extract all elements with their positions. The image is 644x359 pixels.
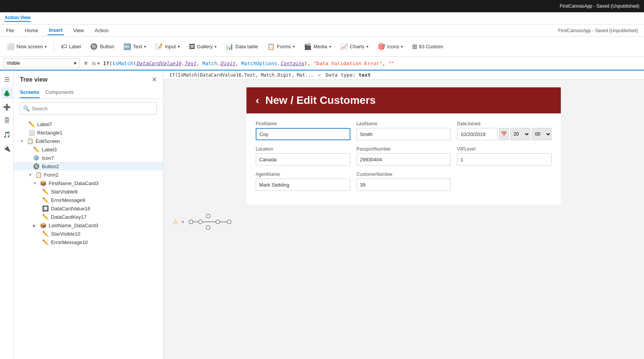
- formula-property-chevron: ▾: [74, 61, 76, 66]
- firstname-datacard3-icon: 📦: [40, 180, 46, 186]
- tree-item-label7[interactable]: ✏️ Label7: [14, 120, 163, 128]
- form-title: New / Edit Customers: [265, 94, 376, 107]
- formula-popup: If(IsMatch(DataCardValue16.Text, Match.D…: [163, 70, 644, 80]
- editscreen-chevron[interactable]: ▼: [20, 139, 25, 143]
- tree-item-lastname-datacard3[interactable]: ▶ 📦 LastName_DataCard3: [14, 221, 163, 229]
- time-hours-select[interactable]: 20: [510, 128, 530, 140]
- custom-button[interactable]: ⊞ 83 Custom: [408, 41, 447, 52]
- charts-button[interactable]: 📈 Charts: [337, 41, 372, 52]
- tree-item-datacardkey17[interactable]: ✏️ DataCardKey17: [14, 213, 163, 221]
- action-view-label[interactable]: Action View: [5, 15, 31, 22]
- menu-insert[interactable]: Insert: [48, 26, 64, 35]
- formula-fx-indicator: fx ▾: [92, 61, 100, 66]
- formula-property-label: Visible: [7, 61, 20, 66]
- back-arrow-icon[interactable]: ‹: [256, 94, 259, 107]
- field-viplevel: VIPLevel: [457, 146, 552, 166]
- tree-item-datacardvalue16[interactable]: 🔲 DataCardValue16: [14, 204, 163, 213]
- field-viplevel-input[interactable]: [457, 153, 552, 166]
- formula-property-dropdown[interactable]: Visible ▾: [3, 58, 80, 68]
- formula-bar: Visible ▾ = fx ▾ If(IsMatch(DataCardValu…: [0, 57, 644, 70]
- menu-action[interactable]: Action: [93, 26, 110, 35]
- field-location-input[interactable]: [256, 153, 350, 166]
- menu-bar: File Home Insert View Action FirstCanvas…: [0, 25, 644, 37]
- tree-item-errormessage10[interactable]: ✏️ ErrorMessage10: [14, 238, 163, 246]
- errormessage9-label: ErrorMessage9: [51, 197, 85, 203]
- editscreen-label: EditScreen: [36, 138, 60, 144]
- input-button[interactable]: 📝 Input: [151, 41, 184, 52]
- formula-input-display[interactable]: If(IsMatch(DataCardValue16.Text, Match.D…: [103, 61, 641, 66]
- menu-view[interactable]: View: [72, 26, 85, 35]
- starvisible9-label: StarVisible9: [51, 189, 77, 195]
- form-row-2: Location PassportNumber VIPLevel: [256, 146, 552, 166]
- field-passportnumber: PassportNumber: [356, 146, 451, 166]
- field-firstname-input[interactable]: [256, 128, 350, 140]
- tree-item-form2[interactable]: ▼ 📋 Form2: [14, 170, 163, 179]
- chevron-down-icon: ▾: [182, 219, 184, 225]
- formula-match: Match: [202, 61, 217, 66]
- new-screen-button[interactable]: ⬜ New screen: [3, 41, 51, 52]
- tree-item-icon7[interactable]: ⚙️ Icon7: [14, 154, 163, 162]
- formula-popup-datatype: Data type: text: [326, 72, 371, 78]
- formula-datacardvalue: DataCardValue16: [136, 61, 181, 66]
- menu-file[interactable]: File: [5, 26, 16, 35]
- tree-item-rectangle1[interactable]: ⬜ Rectangle1: [14, 128, 163, 137]
- data-table-button[interactable]: 📊 Data table: [222, 41, 262, 52]
- label-icon: 🏷: [61, 43, 67, 50]
- form2-icon: 📋: [35, 172, 42, 178]
- tree-item-editscreen[interactable]: ▼ 📋 EditScreen: [14, 137, 163, 145]
- formula-matchoptions: MatchOptions: [241, 61, 277, 66]
- icons-icon: 🎯: [378, 43, 385, 50]
- menu-home[interactable]: Home: [23, 26, 40, 35]
- forms-button[interactable]: 📋 Forms: [263, 41, 299, 52]
- button-button[interactable]: 🔘 Button: [86, 41, 118, 52]
- media-sidebar-icon-button[interactable]: 🎵: [1, 129, 13, 140]
- firstname-datacard3-chevron[interactable]: ▼: [33, 181, 38, 185]
- tab-screens[interactable]: Screens: [20, 87, 39, 98]
- button-icon: 🔘: [90, 43, 98, 50]
- fx-dropdown[interactable]: ▾: [97, 61, 100, 66]
- title-bar: FirstCanvasApp - Saved (Unpublished): [0, 0, 644, 12]
- data-icon-button[interactable]: 🗄: [1, 115, 13, 126]
- warning-icon: ⚠: [172, 218, 179, 226]
- calendar-button[interactable]: 📅: [499, 128, 509, 140]
- icons-button[interactable]: 🎯 Icons: [374, 41, 407, 52]
- field-agentname-input[interactable]: [256, 179, 350, 191]
- time-minutes-select[interactable]: 00: [532, 128, 552, 140]
- search-input[interactable]: [20, 102, 157, 115]
- hamburger-menu-button[interactable]: ☰: [1, 74, 13, 85]
- media-button[interactable]: 🎬 Media: [300, 41, 335, 52]
- form-header: ‹ New / Edit Customers: [246, 87, 561, 113]
- tree-tabs: Screens Components: [14, 87, 163, 98]
- form2-chevron[interactable]: ▼: [28, 173, 33, 177]
- datacardkey17-label: DataCardKey17: [51, 214, 87, 220]
- label-button[interactable]: 🏷 Label: [57, 41, 85, 52]
- field-datejoined-label: DateJoined: [457, 121, 552, 126]
- tree-view-icon-button[interactable]: 🌲: [1, 87, 13, 99]
- tree-item-label3[interactable]: ✏️ Label3: [14, 145, 163, 154]
- field-lastname: LastName: [356, 121, 451, 140]
- form-preview: ‹ New / Edit Customers FirstName LastNam…: [246, 87, 561, 205]
- tree-item-button2[interactable]: 🔘 Button2 ···: [14, 162, 163, 170]
- tree-header: Tree view ✕: [14, 70, 163, 87]
- field-lastname-input[interactable]: [356, 128, 451, 140]
- tree-item-starvisible9[interactable]: ✏️ StarVisible9: [14, 187, 163, 196]
- charts-icon: 📈: [340, 43, 348, 50]
- insert-icon-button[interactable]: ➕: [1, 101, 13, 113]
- plugin-icon-button[interactable]: 🔌: [1, 143, 13, 154]
- errormessage10-icon: ✏️: [42, 239, 49, 245]
- field-empty: [457, 172, 552, 191]
- field-passportnumber-input[interactable]: [356, 153, 451, 166]
- tab-components[interactable]: Components: [46, 87, 74, 98]
- lastname-datacard3-chevron[interactable]: ▶: [33, 223, 38, 228]
- tree-close-button[interactable]: ✕: [152, 76, 157, 83]
- tree-item-firstname-datacard3[interactable]: ▼ 📦 FirstName_DataCard3: [14, 179, 163, 187]
- tree-item-errormessage9[interactable]: ✏️ ErrorMessage9: [14, 196, 163, 204]
- field-customernumber-input[interactable]: [356, 179, 451, 191]
- field-datejoined-input[interactable]: [457, 128, 498, 140]
- media-icon: 🎬: [304, 43, 312, 50]
- formula-empty-str: "": [388, 61, 394, 66]
- tree-item-starvisible10[interactable]: ✏️ StarVisible10: [14, 229, 163, 238]
- text-button[interactable]: 🔤 Text: [120, 41, 150, 52]
- starvisible9-icon: ✏️: [42, 189, 49, 195]
- gallery-button[interactable]: 🖼 Gallery: [185, 41, 220, 52]
